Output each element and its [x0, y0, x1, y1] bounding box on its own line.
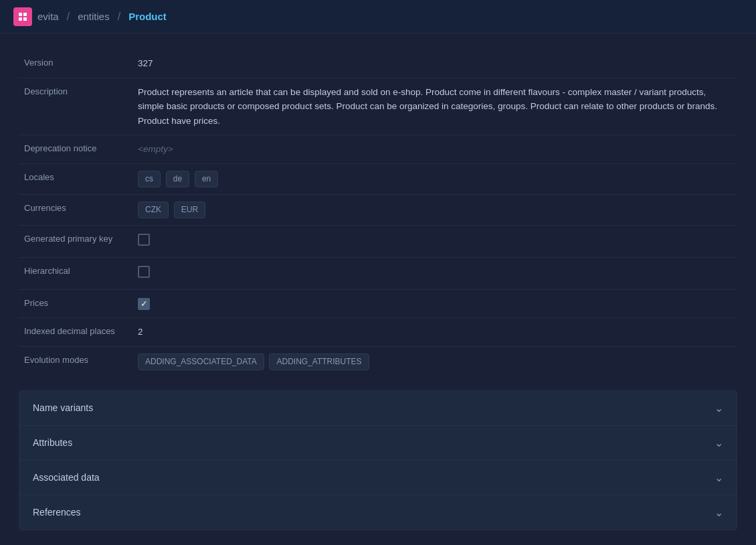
currencies-label: Currencies [19, 195, 132, 226]
prices-value [132, 289, 737, 318]
locales-row: Locales cs de en [19, 163, 737, 194]
generated-primary-key-label: Generated primary key [19, 226, 132, 258]
evolution-modes-label: Evolution modes [19, 346, 132, 377]
section-references-chevron: ⌄ [715, 506, 723, 519]
hierarchical-checkbox-wrapper [138, 266, 150, 278]
version-row: Version 327 [19, 50, 737, 78]
version-label: Version [19, 50, 132, 78]
breadcrumb-product: Product [128, 11, 167, 22]
version-value: 327 [132, 50, 737, 78]
currencies-value: CZK EUR [132, 195, 737, 226]
evolution-modes-value: ADDING_ASSOCIATED_DATA ADDING_ATTRIBUTES [132, 346, 737, 377]
description-row: Description Product represents an articl… [19, 78, 737, 135]
evolution-modes-row: Evolution modes ADDING_ASSOCIATED_DATA A… [19, 346, 737, 377]
section-attributes-label: Attributes [33, 437, 72, 448]
deprecation-row: Deprecation notice <empty> [19, 135, 737, 164]
generated-primary-key-checkbox-wrapper [138, 234, 150, 246]
svg-rect-3 [23, 17, 27, 21]
section-associated-data-chevron: ⌄ [715, 471, 723, 484]
generated-primary-key-row: Generated primary key [19, 226, 737, 258]
locales-label: Locales [19, 163, 132, 194]
info-table: Version 327 Description Product represen… [19, 50, 737, 377]
evolution-mode-adding-attributes: ADDING_ATTRIBUTES [269, 354, 369, 370]
section-name-variants[interactable]: Name variants ⌄ [19, 391, 737, 426]
prices-label: Prices [19, 289, 132, 318]
breadcrumb-entities[interactable]: entities [78, 11, 110, 22]
hierarchical-label: Hierarchical [19, 257, 132, 289]
description-value: Product represents an article that can b… [132, 78, 737, 135]
breadcrumb-sep-2: / [118, 11, 120, 23]
breadcrumb-sep-1: / [67, 11, 70, 23]
prices-row: Prices [19, 289, 737, 318]
prices-checkbox-wrapper [138, 298, 150, 310]
hierarchical-value [132, 257, 737, 289]
svg-rect-1 [23, 13, 27, 16]
section-name-variants-label: Name variants [33, 402, 93, 413]
indexed-decimal-places-value: 2 [132, 318, 737, 347]
hierarchical-row: Hierarchical [19, 257, 737, 289]
deprecation-label: Deprecation notice [19, 135, 132, 164]
currencies-row: Currencies CZK EUR [19, 195, 737, 226]
locale-de: de [166, 171, 189, 187]
prices-checkbox[interactable] [138, 298, 150, 310]
locale-en: en [195, 171, 218, 187]
header: evita / entities / Product [0, 0, 756, 33]
svg-rect-0 [19, 13, 22, 16]
breadcrumb-evita[interactable]: evita [37, 11, 59, 22]
evolution-mode-adding-associated-data: ADDING_ASSOCIATED_DATA [138, 354, 264, 370]
section-attributes[interactable]: Attributes ⌄ [19, 426, 737, 461]
section-name-variants-chevron: ⌄ [715, 402, 723, 414]
generated-primary-key-value [132, 226, 737, 258]
main-content: Version 327 Description Product represen… [0, 33, 756, 545]
section-associated-data[interactable]: Associated data ⌄ [19, 461, 737, 495]
section-attributes-chevron: ⌄ [715, 437, 723, 449]
svg-rect-2 [19, 17, 22, 21]
generated-primary-key-checkbox[interactable] [138, 234, 150, 246]
deprecation-empty: <empty> [138, 144, 173, 154]
section-references[interactable]: References ⌄ [19, 495, 737, 530]
description-label: Description [19, 78, 132, 135]
hierarchical-checkbox[interactable] [138, 266, 150, 278]
section-associated-data-label: Associated data [33, 472, 100, 483]
indexed-decimal-places-row: Indexed decimal places 2 [19, 318, 737, 347]
currency-czk: CZK [138, 202, 169, 218]
deprecation-value: <empty> [132, 135, 737, 164]
currency-eur: EUR [174, 202, 205, 218]
app-logo [13, 7, 32, 26]
indexed-decimal-places-label: Indexed decimal places [19, 318, 132, 347]
sections-container: Name variants ⌄ Attributes ⌄ Associated … [19, 390, 737, 530]
locales-value: cs de en [132, 163, 737, 194]
locale-cs: cs [138, 171, 161, 187]
section-references-label: References [33, 507, 81, 518]
